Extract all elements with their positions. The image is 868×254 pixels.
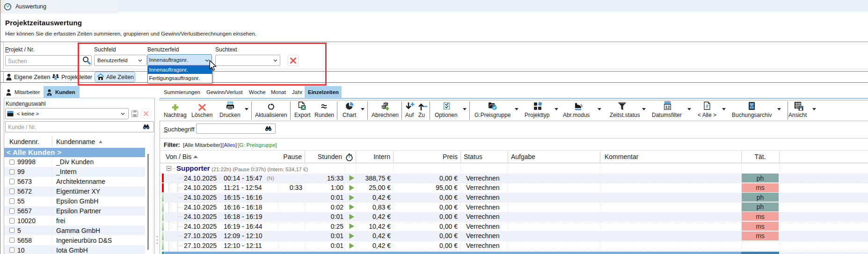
svg-text:#: # (706, 104, 708, 109)
svg-text:12: 12 (665, 104, 670, 109)
